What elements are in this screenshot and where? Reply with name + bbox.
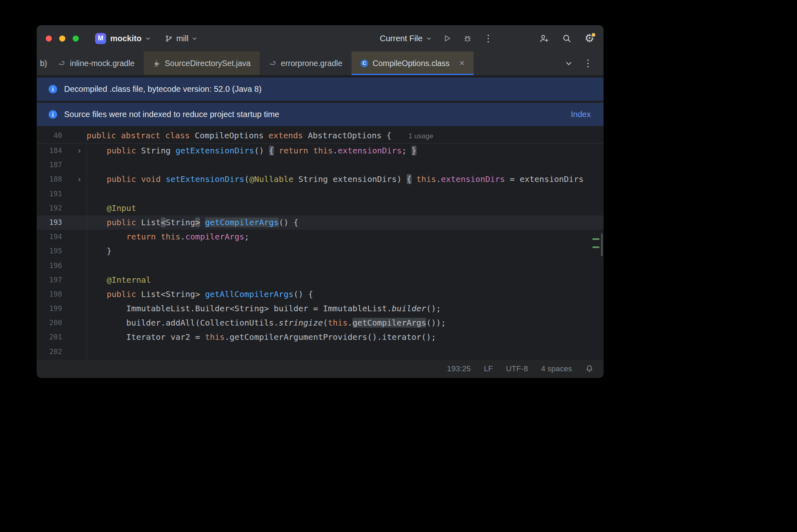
code-token: getCompilerArgs — [352, 318, 426, 328]
project-widget[interactable]: M mockito — [95, 33, 150, 44]
code-token: extensionDirs — [338, 146, 402, 155]
sticky-class-declaration[interactable]: 40public abstract class CompileOptions e… — [37, 129, 603, 144]
code-token: .getCompilerArgumentProviders().iterator… — [225, 332, 436, 342]
tab-compileoptions-class[interactable]: C CompileOptions.class × — [352, 51, 474, 75]
code-token — [87, 174, 107, 184]
code-token — [200, 217, 205, 227]
code-line: 40public abstract class CompileOptions e… — [37, 129, 433, 143]
more-actions-icon[interactable]: ⋮ — [483, 33, 493, 43]
tab-sourcedirectoryset-java[interactable]: SourceDirectorySet.java — [144, 51, 260, 75]
code-token: public — [107, 217, 136, 227]
caret-position[interactable]: 193:25 — [447, 364, 471, 373]
fold-gutter — [62, 316, 87, 330]
chevron-down-icon — [192, 37, 197, 40]
tab-bar: b) inline-mock.gradle SourceDirectoryS — [37, 51, 603, 75]
line-number[interactable]: 199 — [37, 301, 62, 316]
branch-widget[interactable]: mill — [165, 34, 197, 43]
line-number[interactable]: 197 — [37, 273, 62, 287]
search-everywhere-icon[interactable] — [562, 33, 572, 43]
fold-gutter — [62, 230, 87, 244]
code-token: this — [205, 332, 225, 342]
fold-gutter — [62, 273, 87, 287]
code-line: 188› public void setExtensionDirs(@Nulla… — [37, 172, 603, 186]
java-class-icon: C — [361, 60, 368, 67]
code-token: abstract — [121, 131, 160, 140]
code-token: ( — [244, 174, 249, 184]
line-number[interactable]: 40 — [37, 129, 62, 143]
run-button[interactable] — [443, 34, 452, 43]
code-text: ImmutableList.Builder<String> builder = … — [87, 301, 603, 316]
fold-arrow-icon[interactable]: › — [62, 144, 87, 158]
code-token: this — [313, 146, 333, 155]
analysis-mark[interactable] — [592, 238, 599, 240]
line-number[interactable]: 191 — [37, 187, 62, 201]
line-number[interactable]: 195 — [37, 244, 62, 258]
line-number[interactable]: 202 — [37, 345, 62, 359]
code-token — [87, 203, 107, 213]
editor[interactable]: 184› public String getExtensionDirs() { … — [37, 144, 603, 359]
line-ending[interactable]: LF — [484, 364, 493, 373]
fold-gutter — [62, 187, 87, 201]
fold-gutter — [62, 301, 87, 316]
code-token — [87, 275, 107, 285]
code-token — [87, 289, 107, 299]
line-number[interactable]: 201 — [37, 330, 62, 344]
run-configuration-label: Current File — [380, 34, 422, 43]
code-token: extensionDirs — [441, 174, 505, 184]
tab-inline-mock-gradle[interactable]: inline-mock.gradle — [49, 51, 143, 75]
run-configuration-selector[interactable]: Current File — [380, 34, 431, 43]
line-number[interactable]: 192 — [37, 201, 62, 215]
code-token: () — [254, 146, 269, 155]
usage-inlay-hint[interactable]: 1 usage — [409, 132, 434, 140]
code-token: setExtensionDirs — [166, 174, 245, 184]
code-token: () { — [279, 217, 298, 227]
git-branch-icon — [165, 35, 173, 42]
line-number[interactable]: 196 — [37, 259, 62, 273]
line-number[interactable]: 188 — [37, 172, 62, 186]
code-token: class — [165, 131, 190, 140]
analysis-mark[interactable] — [592, 246, 599, 248]
code-line: 199 ImmutableList.Builder<String> builde… — [37, 301, 603, 316]
code-with-me-icon[interactable] — [539, 33, 549, 43]
code-text: public abstract class CompileOptions ext… — [87, 129, 433, 143]
line-number[interactable]: 187 — [37, 158, 62, 172]
fold-arrow-icon[interactable]: › — [62, 172, 87, 186]
banner-decompiled: i Decompiled .class file, bytecode versi… — [37, 75, 603, 103]
zoom-window-button[interactable] — [73, 35, 79, 42]
code-token: List<String> — [136, 289, 205, 299]
file-encoding[interactable]: UTF-8 — [506, 364, 528, 373]
minimize-window-button[interactable] — [59, 35, 65, 42]
scrollbar-thumb[interactable] — [601, 233, 603, 256]
project-name: mockito — [110, 34, 142, 43]
settings-gear-icon[interactable]: ⚙ — [585, 33, 594, 44]
indent-setting[interactable]: 4 spaces — [541, 364, 572, 373]
close-window-button[interactable] — [46, 35, 52, 42]
traffic-lights — [46, 35, 79, 42]
debug-button[interactable] — [463, 34, 472, 43]
code-token: this — [161, 232, 180, 242]
line-number[interactable]: 193 — [37, 215, 62, 230]
notifications-bell-icon[interactable] — [585, 364, 594, 373]
fold-gutter — [62, 244, 87, 258]
show-hidden-tabs-icon[interactable] — [566, 62, 572, 65]
code-token: void — [141, 174, 160, 184]
index-link[interactable]: Index — [571, 110, 591, 119]
line-number[interactable]: 184 — [37, 144, 62, 158]
close-tab-icon[interactable]: × — [459, 59, 465, 68]
code-line: 195 } — [37, 244, 603, 258]
code-text: } — [87, 244, 603, 258]
line-number[interactable]: 198 — [37, 287, 62, 301]
code-token: < — [161, 217, 166, 227]
line-number[interactable]: 200 — [37, 316, 62, 330]
tab-options-icon[interactable]: ⋮ — [583, 58, 593, 68]
code-token — [274, 146, 279, 155]
code-token: String extensionDirs) — [294, 174, 407, 184]
chevron-down-icon — [427, 37, 431, 40]
tab-clipped[interactable]: b) — [37, 51, 49, 75]
line-number[interactable]: 194 — [37, 230, 62, 244]
code-token — [116, 131, 121, 140]
tab-errorprone-gradle[interactable]: errorprone.gradle — [260, 51, 352, 75]
code-token: > — [195, 217, 200, 227]
code-line: 191 — [37, 187, 603, 201]
code-text: @Input — [87, 201, 603, 215]
